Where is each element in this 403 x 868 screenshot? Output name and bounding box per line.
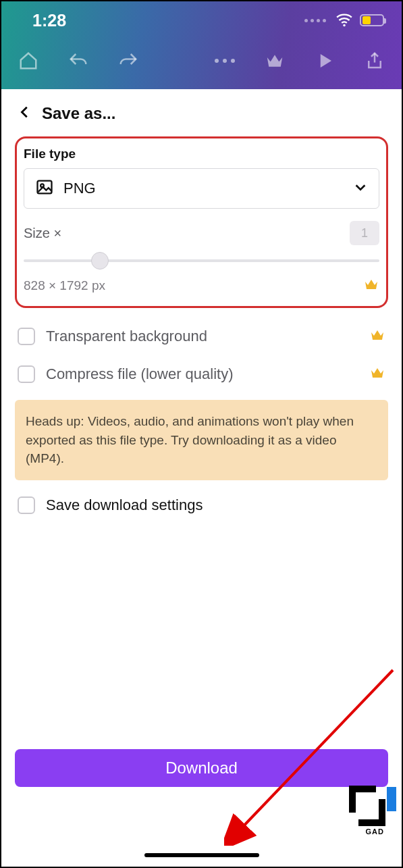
sheet-content: File type PNG Size × 1 xyxy=(1,136,402,530)
watermark-text: GAD xyxy=(366,827,384,836)
transparent-bg-checkbox[interactable] xyxy=(18,328,35,345)
editor-toolbar xyxy=(1,39,402,89)
transparent-bg-label: Transparent background xyxy=(46,328,207,345)
status-bar: 1:28 xyxy=(1,1,402,39)
size-row: Size × 1 xyxy=(24,221,379,245)
home-indicator[interactable] xyxy=(144,853,259,857)
dimensions-row: 828 × 1792 px xyxy=(24,276,379,295)
annotation-highlight: File type PNG Size × 1 xyxy=(15,136,388,308)
export-warning-notice: Heads up: Videos, audio, and animations … xyxy=(15,400,388,480)
transparent-bg-row[interactable]: Transparent background xyxy=(15,317,388,355)
slider-track xyxy=(24,259,379,262)
dimensions-text: 828 × 1792 px xyxy=(24,278,105,293)
save-as-sheet: Save as... File type PNG Size × 1 xyxy=(1,89,402,867)
save-settings-row[interactable]: Save download settings xyxy=(15,480,388,530)
save-settings-label: Save download settings xyxy=(46,496,203,514)
wifi-icon xyxy=(335,11,353,29)
device-frame: 1:28 xyxy=(0,0,403,868)
compress-file-checkbox[interactable] xyxy=(18,365,35,383)
premium-crown-icon xyxy=(369,327,385,346)
status-time: 1:28 xyxy=(32,11,66,30)
file-type-value: PNG xyxy=(63,180,96,197)
app-header: 1:28 xyxy=(1,1,402,89)
cellular-dots-icon xyxy=(304,19,326,22)
back-button[interactable] xyxy=(18,105,32,122)
more-icon xyxy=(215,59,235,63)
download-button[interactable]: Download xyxy=(15,749,388,787)
compress-file-row[interactable]: Compress file (lower quality) xyxy=(15,355,388,393)
more-button[interactable] xyxy=(211,47,238,74)
premium-button[interactable] xyxy=(261,47,288,74)
slider-thumb[interactable] xyxy=(91,252,109,270)
battery-icon xyxy=(360,14,384,26)
file-type-select[interactable]: PNG xyxy=(24,168,379,209)
chevron-down-icon xyxy=(353,180,368,197)
redo-button[interactable] xyxy=(115,47,142,74)
premium-crown-icon xyxy=(363,276,379,295)
sheet-title: Save as... xyxy=(42,104,115,123)
status-right xyxy=(304,11,384,29)
size-multiplier-input[interactable]: 1 xyxy=(350,221,379,245)
premium-crown-icon xyxy=(369,365,385,384)
undo-button[interactable] xyxy=(65,47,92,74)
svg-point-0 xyxy=(343,24,345,26)
share-button[interactable] xyxy=(361,47,388,74)
compress-file-label: Compress file (lower quality) xyxy=(46,365,234,383)
size-slider[interactable] xyxy=(24,252,379,270)
play-button[interactable] xyxy=(311,47,338,74)
watermark-logo: GAD xyxy=(349,786,396,826)
size-label: Size × xyxy=(24,226,61,241)
save-settings-checkbox[interactable] xyxy=(18,496,35,514)
file-type-label: File type xyxy=(24,147,379,161)
sheet-header: Save as... xyxy=(1,89,402,136)
image-icon xyxy=(35,178,54,199)
home-button[interactable] xyxy=(15,47,42,74)
